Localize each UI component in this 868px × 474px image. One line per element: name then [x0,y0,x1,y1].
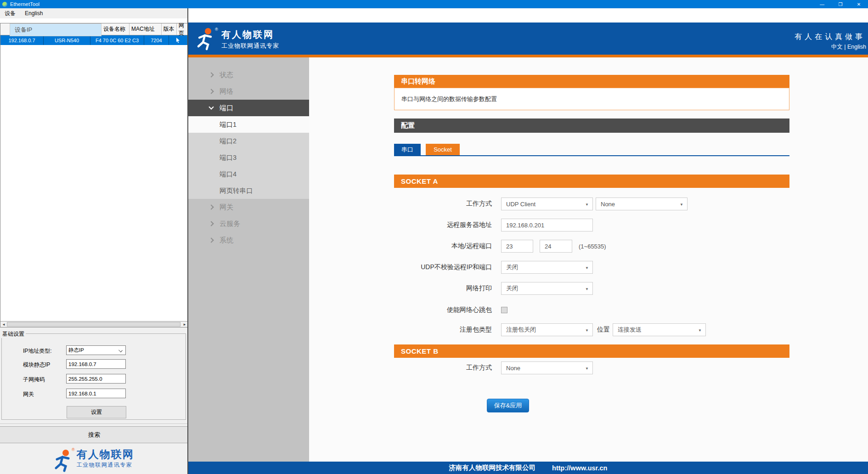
restore-icon[interactable]: ❐ [831,0,850,8]
remote-port-input[interactable]: 24 [540,240,572,253]
local-port-value: 23 [506,243,513,250]
sidebar-item-cloud[interactable]: 云服务 [188,215,309,232]
udp-check-select[interactable]: 关闭▼ [501,261,593,274]
sidebar-item-label: 网页转串口 [220,186,253,195]
regpkt-select[interactable]: 注册包关闭▼ [501,323,593,336]
remote-server-input[interactable]: 192.168.0.201 [501,219,593,231]
dropdown-arrow-icon: ▼ [585,203,589,207]
web-brand-slogan: 工业物联网通讯专家 [221,42,279,50]
sidebar-item-gateway[interactable]: 网关 [188,199,309,215]
heartbeat-row: 使能网络心跳包 [394,304,789,316]
sidebar-item-status[interactable]: 状态 [188,67,309,83]
brand-name: 有人物联网 [77,448,134,460]
subnet-mask-label: 子网掩码 [23,376,45,384]
ports-label: 本地/远程端口 [394,242,492,250]
socket-a-title: SOCKET A [394,175,789,188]
dropdown-arrow-icon: ▼ [585,328,589,333]
local-port-input[interactable]: 23 [501,240,533,253]
column-header-mac[interactable]: MAC地址 [130,23,162,35]
net-print-value: 关闭 [506,284,518,293]
footer-url[interactable]: http://www.usr.cn [552,464,607,472]
heartbeat-checkbox[interactable] [501,307,507,313]
remote-server-value: 192.168.0.201 [506,222,544,229]
web-header: ® 有人物联网 工业物联网通讯专家 有人在认真做事 中文 | English [188,23,868,55]
set-button[interactable]: 设置 [67,406,126,418]
scrollbar-thumb[interactable] [7,322,180,327]
separator [0,423,188,424]
device-name-cell: USR-N540 [44,35,90,45]
usr-logo: ® 有人物联网 工业物联网通讯专家 [53,448,134,472]
position-select[interactable]: 连接发送▼ [613,323,706,336]
chevron-right-icon [209,72,214,77]
ip-type-label: IP地址类型: [23,347,52,355]
tab-serial[interactable]: 串口 [394,144,421,155]
scroll-right-icon[interactable]: ▸ [181,322,188,327]
search-button[interactable]: 搜索 [0,426,188,443]
sidebar-item-label: 端口2 [220,137,237,146]
chevron-right-icon [209,237,214,243]
open-webpage-icon[interactable] [169,35,187,45]
title-bar: EthernetTool — ❐ ✕ [0,0,868,8]
sidebar-item-port3[interactable]: 端口3 [188,149,309,166]
sidebar-item-label: 云服务 [220,220,240,228]
column-header-ip[interactable]: 设备IP [10,23,101,36]
static-ip-label: 模块静态IP [23,361,50,369]
scroll-left-icon[interactable]: ◂ [0,322,7,327]
socket-b-work-mode-row: 工作方式 None▼ [394,361,789,374]
subnet-mask-field[interactable]: 255.255.255.0 [66,374,126,384]
sidebar-item-port[interactable]: 端口 [188,100,309,116]
ip-type-select[interactable]: 静态IP [66,345,126,355]
dropdown-arrow-icon: ▼ [680,203,683,207]
sidebar-item-port4[interactable]: 端口4 [188,166,309,182]
gateway-label: 网关 [23,390,34,398]
chevron-right-icon [209,89,214,94]
sidebar-item-port1[interactable]: 端口1 [188,116,309,133]
column-header-web[interactable]: 网页 [177,23,188,35]
position-label: 位置 [597,326,610,334]
running-man-icon [53,448,73,472]
work-mode-select[interactable]: UDP Client▼ [501,198,593,210]
column-header-version[interactable]: 版本 [162,23,177,35]
save-apply-button[interactable]: 保存&应用 [487,399,529,412]
udp-check-row: UDP不校验远程IP和端口 关闭▼ [394,261,789,274]
chevron-right-icon [209,204,214,209]
port-range-note: (1~65535) [579,243,606,250]
menu-device[interactable]: 设备 [0,8,20,18]
close-icon[interactable]: ✕ [850,0,868,8]
sidebar-item-label: 端口4 [220,170,237,179]
dropdown-arrow-icon: ▼ [698,328,702,333]
ethernet-tool-window: EthernetTool — ❐ ✕ 设备 English 设备IP 设备名称 … [0,0,868,474]
sidebar-item-web-to-serial[interactable]: 网页转串口 [188,182,309,199]
device-list: 设备IP 设备名称 MAC地址 版本 网页 192.168.0.7 USR-N5… [0,23,188,327]
page-title: 串口转网络 [394,75,789,88]
remote-server-row: 远程服务器地址 192.168.0.201 [394,219,789,231]
registered-mark: ® [72,447,75,452]
column-header-name[interactable]: 设备名称 [101,23,130,35]
sidebar-item-port2[interactable]: 端口2 [188,133,309,149]
socket-b-work-mode-select[interactable]: None▼ [501,361,593,374]
config-section-title: 配置 [394,118,789,133]
static-ip-field[interactable]: 192.168.0.7 [66,359,126,369]
tab-socket[interactable]: Socket [426,144,460,155]
menu-english[interactable]: English [20,8,47,18]
sidebar-item-system[interactable]: 系统 [188,232,309,248]
work-mode-select-2[interactable]: None▼ [596,198,688,210]
menu-bar: 设备 English [0,8,188,18]
device-ip-cell: 192.168.0.7 [0,35,44,45]
language-switch[interactable]: 中文 | English [831,43,866,51]
work-mode-value: UDP Client [506,201,535,208]
horizontal-scrollbar[interactable]: ◂ ▸ [0,321,188,327]
net-print-select[interactable]: 关闭▼ [501,282,593,295]
web-config-view: ® 有人物联网 工业物联网通讯专家 有人在认真做事 中文 | English 状… [188,8,868,474]
remote-server-label: 远程服务器地址 [394,221,492,229]
gateway-field[interactable]: 192.168.0.1 [66,389,126,398]
table-row[interactable]: 192.168.0.7 USR-N540 F4 70 0C 60 E2 C3 7… [0,35,188,45]
minimize-icon[interactable]: — [813,0,831,8]
web-main: 串口转网络 串口与网络之间的数据传输参数配置 配置 串口 Socket SOCK… [309,57,868,462]
dropdown-arrow-icon: ▼ [585,266,589,270]
sidebar-item-network[interactable]: 网络 [188,83,309,100]
socket-b-work-mode-value: None [506,365,520,372]
chevron-right-icon [209,221,214,226]
position-value: 连接发送 [618,326,642,334]
device-version-cell: 7204 [144,35,169,45]
